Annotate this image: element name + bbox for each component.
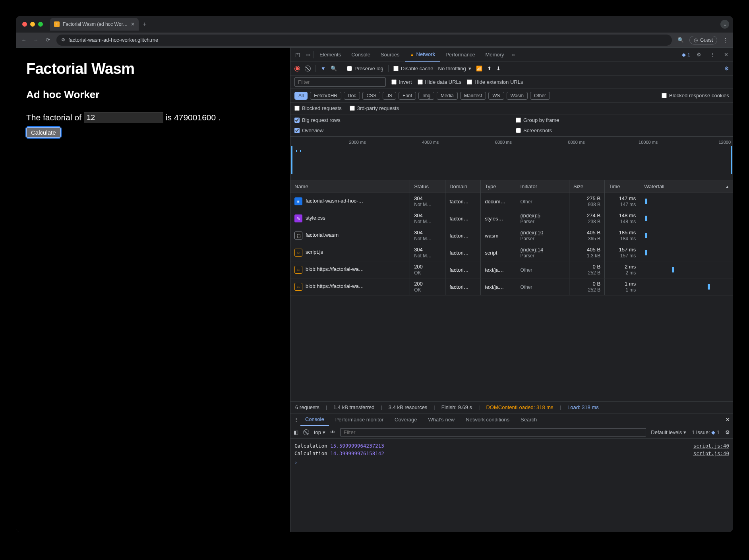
- drawer-tab-whatsnew[interactable]: What's new: [423, 413, 459, 426]
- col-status[interactable]: Status: [410, 180, 445, 193]
- type-chip[interactable]: Other: [530, 92, 550, 100]
- table-row[interactable]: ‹›blob:https://factorial-wa… 200OK facto…: [290, 261, 733, 278]
- type-chip[interactable]: Manifest: [460, 92, 486, 100]
- devtools-settings-icon[interactable]: ⚙: [694, 52, 704, 58]
- devtools-panel: ◰ ▭ Elements Console Sources ▲Network Pe…: [290, 48, 733, 532]
- blocked-requests-checkbox[interactable]: Blocked requests: [294, 105, 342, 111]
- table-row[interactable]: ‹›script.js 304Not M… factori… script (i…: [290, 244, 733, 261]
- source-link[interactable]: script.js:40: [693, 450, 729, 456]
- browser-menu-button[interactable]: ⋮: [723, 37, 728, 43]
- devtools-tab-network[interactable]: ▲Network: [405, 48, 440, 62]
- drawer-tab-console[interactable]: Console: [300, 413, 329, 426]
- hide-data-urls-checkbox[interactable]: Hide data URLs: [418, 79, 462, 85]
- third-party-checkbox[interactable]: 3rd-party requests: [350, 105, 399, 111]
- back-button[interactable]: ←: [21, 37, 27, 43]
- clear-button[interactable]: [305, 66, 311, 71]
- devtools-tab-console[interactable]: Console: [346, 48, 375, 62]
- drawer-tab-coverage[interactable]: Coverage: [390, 413, 422, 426]
- type-chip-all[interactable]: All: [294, 92, 308, 100]
- tab-overflow-button[interactable]: ⌄: [720, 20, 729, 29]
- type-chip[interactable]: Fetch/XHR: [310, 92, 341, 100]
- table-row[interactable]: ⬚factorial.wasm 304Not M… factori… wasm …: [290, 227, 733, 244]
- type-chip[interactable]: Media: [437, 92, 458, 100]
- factorial-input[interactable]: [84, 112, 163, 123]
- console-clear-button[interactable]: [303, 429, 309, 435]
- col-waterfall[interactable]: Waterfall ▴: [640, 180, 733, 193]
- type-chip[interactable]: Doc: [344, 92, 360, 100]
- close-window-button[interactable]: [22, 22, 27, 27]
- url-field[interactable]: ⚙ factorial-wasm-ad-hoc-worker.glitch.me: [56, 35, 672, 46]
- calculate-button[interactable]: Calculate: [26, 127, 61, 138]
- maximize-window-button[interactable]: [38, 22, 43, 27]
- close-tab-icon[interactable]: ✕: [131, 21, 135, 27]
- devtools-close-icon[interactable]: ✕: [722, 52, 731, 58]
- hide-ext-urls-checkbox[interactable]: Hide extension URLs: [467, 79, 523, 85]
- issues-badge[interactable]: ◆ 1: [682, 52, 690, 58]
- disable-cache-checkbox[interactable]: Disable cache: [393, 66, 434, 71]
- filter-toggle-icon[interactable]: ▼: [321, 66, 326, 71]
- group-frame-checkbox[interactable]: Group by frame: [516, 117, 729, 123]
- drawer-tab-search[interactable]: Search: [516, 413, 542, 426]
- source-link[interactable]: script.js:40: [693, 443, 729, 449]
- console-prompt[interactable]: ›: [294, 457, 729, 465]
- table-row[interactable]: ≡factorial-wasm-ad-hoc-… 304Not M… facto…: [290, 193, 733, 210]
- network-conditions-icon[interactable]: 📶: [476, 66, 482, 71]
- drawer-close-icon[interactable]: ✕: [726, 417, 730, 423]
- live-expression-icon[interactable]: 👁: [330, 429, 335, 435]
- invert-checkbox[interactable]: Invert: [391, 79, 412, 85]
- timeline-overview[interactable]: 2000 ms 4000 ms 6000 ms 8000 ms 10000 ms…: [290, 137, 733, 180]
- minimize-window-button[interactable]: [30, 22, 35, 27]
- filter-bar: Invert Hide data URLs Hide extension URL…: [290, 75, 733, 89]
- profile-button[interactable]: ◎ Guest: [689, 36, 717, 44]
- more-tabs-icon[interactable]: »: [510, 52, 517, 58]
- table-row[interactable]: ✎style.css 304Not M… factori… styles… (i…: [290, 210, 733, 227]
- import-har-icon[interactable]: ⬆: [487, 66, 492, 71]
- type-chip[interactable]: Img: [418, 92, 434, 100]
- inspect-icon[interactable]: ◰: [293, 52, 302, 58]
- drawer-tab-netcond[interactable]: Network conditions: [461, 413, 514, 426]
- record-button[interactable]: [294, 66, 300, 71]
- overview-checkbox[interactable]: Overview: [294, 127, 508, 133]
- col-domain[interactable]: Domain: [445, 180, 481, 193]
- log-levels-select[interactable]: Default levels ▾: [651, 429, 686, 435]
- network-settings-icon[interactable]: ⚙: [724, 66, 729, 71]
- type-chip[interactable]: CSS: [362, 92, 380, 100]
- big-rows-checkbox[interactable]: Big request rows: [294, 117, 508, 123]
- console-settings-icon[interactable]: ⚙: [725, 429, 730, 435]
- console-sidebar-icon[interactable]: ◧: [294, 429, 298, 435]
- devtools-tab-memory[interactable]: Memory: [481, 48, 509, 62]
- col-size[interactable]: Size: [569, 180, 604, 193]
- new-tab-button[interactable]: +: [139, 21, 150, 28]
- issue-indicator[interactable]: 1 Issue: ◆ 1: [692, 429, 720, 435]
- type-chip[interactable]: JS: [383, 92, 396, 100]
- zoom-icon[interactable]: 🔍: [677, 37, 684, 43]
- device-toolbar-icon[interactable]: ▭: [303, 52, 313, 58]
- throttling-select[interactable]: No throttling ▾: [438, 66, 471, 71]
- col-name[interactable]: Name: [290, 180, 410, 193]
- site-info-icon[interactable]: ⚙: [61, 37, 65, 42]
- type-chip[interactable]: WS: [488, 92, 504, 100]
- export-har-icon[interactable]: ⬇: [496, 66, 501, 71]
- devtools-tab-performance[interactable]: Performance: [441, 48, 480, 62]
- devtools-tab-elements[interactable]: Elements: [315, 48, 346, 62]
- drawer-tab-perfmon[interactable]: Performance monitor: [331, 413, 388, 426]
- browser-tab[interactable]: f Factorial Wasm (ad hoc Wor… ✕: [50, 18, 139, 31]
- devtools-tab-sources[interactable]: Sources: [376, 48, 404, 62]
- type-chip[interactable]: Font: [399, 92, 416, 100]
- forward-button[interactable]: →: [33, 37, 39, 43]
- reload-button[interactable]: ⟳: [45, 37, 51, 43]
- type-chip[interactable]: Wasm: [507, 92, 528, 100]
- col-type[interactable]: Type: [481, 180, 516, 193]
- col-initiator[interactable]: Initiator: [516, 180, 569, 193]
- preserve-log-checkbox[interactable]: Preserve log: [347, 66, 383, 71]
- blocked-cookies-checkbox[interactable]: Blocked response cookies: [662, 93, 729, 98]
- screenshots-checkbox[interactable]: Screenshots: [516, 127, 729, 133]
- table-row[interactable]: ‹›blob:https://factorial-wa… 200OK facto…: [290, 278, 733, 295]
- col-time[interactable]: Time: [605, 180, 640, 193]
- search-icon[interactable]: 🔍: [331, 66, 337, 71]
- console-filter-input[interactable]: [340, 428, 646, 436]
- network-filter-input[interactable]: [294, 77, 386, 87]
- drawer-menu-icon[interactable]: ⋮: [294, 417, 299, 423]
- devtools-menu-icon[interactable]: ⋮: [708, 52, 718, 58]
- context-select[interactable]: top ▾: [314, 429, 325, 435]
